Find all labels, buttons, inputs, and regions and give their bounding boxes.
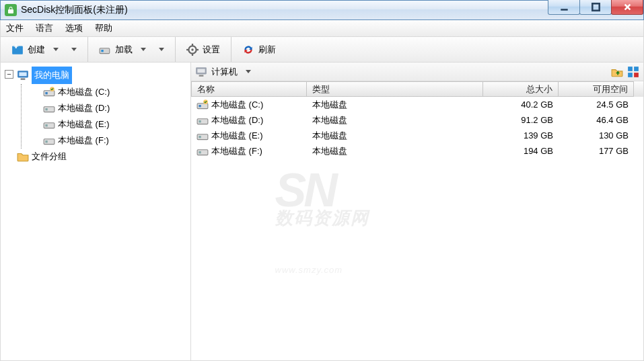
toolbar-refresh-button[interactable]: 刷新 bbox=[231, 37, 287, 62]
row-type: 本地磁盘 bbox=[307, 145, 483, 157]
list-row[interactable]: 本地磁盘 (D:)本地磁盘91.2 GB46.4 GB bbox=[191, 112, 643, 128]
gear-icon bbox=[186, 44, 199, 56]
toolbar-load-group[interactable]: 加载 bbox=[88, 37, 176, 62]
svg-rect-27 bbox=[199, 75, 204, 76]
list-body: 本地磁盘 (C:)本地磁盘40.2 GB24.5 GB本地磁盘 (D:)本地磁盘… bbox=[191, 97, 643, 360]
svg-rect-15 bbox=[21, 79, 26, 80]
list-header: 名称 类型 总大小 可用空间 bbox=[191, 81, 643, 97]
svg-rect-33 bbox=[199, 105, 201, 107]
tree-drive-item[interactable]: 本地磁盘 (E:) bbox=[31, 116, 186, 132]
row-name: 本地磁盘 (F:) bbox=[211, 145, 262, 157]
maximize-button[interactable] bbox=[579, 0, 612, 15]
drive-icon bbox=[196, 114, 209, 126]
svg-rect-31 bbox=[634, 73, 639, 77]
column-name[interactable]: 名称 bbox=[191, 81, 307, 97]
tree-drive-item[interactable]: 本地磁盘 (C:) bbox=[31, 84, 186, 100]
close-button[interactable] bbox=[611, 0, 643, 15]
tree-pane: − 我的电脑 本地磁盘 (C:)本地磁盘 (D:)本地磁盘 (E:)本地磁盘 (… bbox=[1, 63, 191, 360]
main-body: SN 数码资源网 www.smzy.com − 我的电脑 本地磁盘 (C:)本地… bbox=[0, 63, 644, 361]
tree-root[interactable]: − 我的电脑 本地磁盘 (C:)本地磁盘 (D:)本地磁盘 (E:)本地磁盘 (… bbox=[5, 67, 186, 149]
dropdown-caret-icon[interactable] bbox=[159, 48, 164, 51]
menu-file[interactable]: 文件 bbox=[6, 22, 24, 34]
window-title: SecDisk控制面板(未注册) bbox=[21, 4, 128, 16]
drive-icon bbox=[43, 86, 55, 98]
menubar: 文件 语言 选项 帮助 bbox=[0, 20, 644, 37]
path-bar: 计算机 bbox=[191, 63, 643, 81]
svg-rect-22 bbox=[45, 124, 47, 126]
path-label: 计算机 bbox=[211, 66, 238, 78]
refresh-icon bbox=[242, 44, 254, 56]
drive-icon bbox=[196, 99, 209, 111]
folder-up-icon[interactable] bbox=[611, 66, 623, 78]
svg-rect-28 bbox=[628, 67, 633, 71]
dropdown-caret-icon bbox=[141, 48, 146, 51]
svg-rect-1 bbox=[592, 3, 599, 10]
svg-rect-36 bbox=[199, 120, 201, 122]
dropdown-caret-icon[interactable] bbox=[71, 48, 77, 51]
tree: − 我的电脑 本地磁盘 (C:)本地磁盘 (D:)本地磁盘 (E:)本地磁盘 (… bbox=[5, 67, 186, 165]
row-name: 本地磁盘 (D:) bbox=[211, 114, 263, 126]
svg-rect-29 bbox=[634, 67, 639, 71]
drive-icon bbox=[43, 102, 55, 114]
app-lock-icon bbox=[5, 4, 17, 16]
list-row[interactable]: 本地磁盘 (F:)本地磁盘194 GB177 GB bbox=[191, 143, 643, 159]
tree-drive-label: 本地磁盘 (D:) bbox=[58, 100, 110, 116]
row-free: 24.5 GB bbox=[559, 99, 634, 110]
column-size[interactable]: 总大小 bbox=[483, 81, 559, 97]
menu-options[interactable]: 选项 bbox=[65, 22, 83, 34]
tree-drive-label: 本地磁盘 (C:) bbox=[58, 84, 110, 100]
svg-rect-40 bbox=[199, 151, 201, 153]
row-type: 本地磁盘 bbox=[307, 99, 483, 111]
svg-rect-24 bbox=[45, 141, 47, 143]
row-type: 本地磁盘 bbox=[307, 114, 483, 126]
dropdown-caret-icon bbox=[53, 48, 59, 51]
minimize-button[interactable] bbox=[548, 0, 580, 15]
tree-folder-group-label: 文件分组 bbox=[32, 149, 67, 165]
row-size: 91.2 GB bbox=[483, 115, 559, 125]
tree-drive-item[interactable]: 本地磁盘 (D:) bbox=[31, 100, 186, 116]
svg-rect-0 bbox=[561, 9, 567, 11]
svg-rect-30 bbox=[628, 73, 633, 77]
svg-rect-14 bbox=[19, 73, 26, 77]
svg-rect-2 bbox=[12, 46, 23, 54]
column-type[interactable]: 类型 bbox=[307, 81, 483, 97]
svg-rect-5 bbox=[100, 48, 110, 53]
row-type: 本地磁盘 bbox=[307, 130, 483, 142]
svg-point-8 bbox=[191, 48, 193, 50]
svg-rect-26 bbox=[197, 69, 205, 73]
menu-language[interactable]: 语言 bbox=[36, 22, 53, 34]
menu-help[interactable]: 帮助 bbox=[95, 22, 112, 34]
views-icon[interactable] bbox=[627, 66, 639, 78]
toolbar-refresh-label: 刷新 bbox=[258, 44, 276, 56]
toolbar-settings-label: 设置 bbox=[203, 44, 220, 56]
drive-icon bbox=[196, 145, 209, 157]
row-size: 194 GB bbox=[483, 146, 559, 156]
row-size: 40.2 GB bbox=[483, 99, 559, 110]
column-free[interactable]: 可用空间 bbox=[559, 81, 634, 97]
list-row[interactable]: 本地磁盘 (C:)本地磁盘40.2 GB24.5 GB bbox=[191, 97, 643, 112]
list-row[interactable]: 本地磁盘 (E:)本地磁盘139 GB130 GB bbox=[191, 128, 643, 143]
create-icon bbox=[11, 44, 24, 56]
svg-rect-17 bbox=[45, 92, 47, 94]
dropdown-caret-icon[interactable] bbox=[246, 70, 251, 73]
folder-icon bbox=[17, 151, 29, 163]
row-name: 本地磁盘 (C:) bbox=[211, 99, 263, 111]
drive-icon bbox=[43, 118, 55, 130]
toolbar-create-label: 创建 bbox=[28, 44, 45, 56]
tree-folder-group[interactable]: 文件分组 bbox=[5, 149, 186, 165]
list-pane: 计算机 名称 类型 总大小 可用空间 本地磁盘 (C:)本地磁盘40.2 GB2… bbox=[191, 63, 643, 360]
row-free: 177 GB bbox=[559, 146, 634, 156]
svg-rect-20 bbox=[45, 108, 47, 110]
tree-collapse-icon[interactable]: − bbox=[5, 70, 13, 79]
toolbar-create-group[interactable]: 创建 bbox=[1, 37, 88, 62]
titlebar: SecDisk控制面板(未注册) bbox=[0, 0, 644, 20]
row-free: 46.4 GB bbox=[559, 115, 634, 125]
load-icon bbox=[99, 44, 111, 56]
tree-drive-item[interactable]: 本地磁盘 (F:) bbox=[31, 132, 186, 149]
computer-icon bbox=[195, 66, 207, 78]
row-free: 130 GB bbox=[559, 130, 634, 141]
toolbar-settings-button[interactable]: 设置 bbox=[176, 37, 231, 62]
tree-root-label: 我的电脑 bbox=[32, 67, 72, 84]
drive-icon bbox=[196, 130, 209, 142]
window-controls bbox=[548, 0, 643, 15]
